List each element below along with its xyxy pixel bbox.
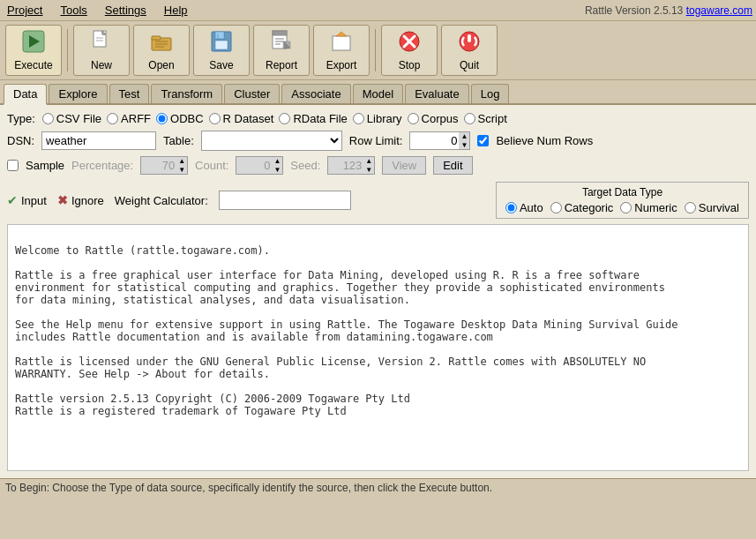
radio-library[interactable]: Library xyxy=(353,112,402,125)
percentage-up[interactable]: ▲ xyxy=(176,157,187,166)
tab-evaluate[interactable]: Evaluate xyxy=(405,84,469,103)
menu-tools[interactable]: Tools xyxy=(56,2,90,19)
count-up[interactable]: ▲ xyxy=(272,157,282,166)
radio-corpus[interactable]: Corpus xyxy=(408,112,459,125)
dsn-input[interactable] xyxy=(41,131,156,150)
target-auto[interactable]: Auto xyxy=(505,201,543,214)
believe-num-rows-label[interactable]: Believe Num Rows xyxy=(496,134,593,147)
radio-rdatafile-input[interactable] xyxy=(279,113,290,124)
count-down[interactable]: ▼ xyxy=(272,166,282,175)
target-survival-label: Survival xyxy=(699,201,739,214)
export-label: Export xyxy=(326,59,357,71)
row-limit-label: Row Limit: xyxy=(349,134,403,147)
type-radio-group: CSV File ARFF ODBC R Dataset RData File … xyxy=(42,112,507,125)
radio-odbc-input[interactable] xyxy=(156,113,168,124)
open-label: Open xyxy=(148,59,174,71)
export-button[interactable]: Export xyxy=(313,25,370,76)
percentage-label: Percentage: xyxy=(71,159,133,172)
radio-rdataset[interactable]: R Dataset xyxy=(209,112,274,125)
tab-transform[interactable]: Transform xyxy=(151,84,222,103)
radio-script[interactable]: Script xyxy=(464,112,507,125)
save-button[interactable]: Save xyxy=(193,25,250,76)
status-text: To Begin: Choose the Type of data source… xyxy=(5,482,492,494)
radio-rdataset-input[interactable] xyxy=(209,113,221,124)
row-limit-up[interactable]: ▲ xyxy=(459,132,469,141)
checkmark-icon: ✔ xyxy=(7,193,18,207)
target-survival-input[interactable] xyxy=(685,202,696,213)
percentage-down[interactable]: ▼ xyxy=(176,166,187,175)
count-spinner[interactable]: ▲ ▼ xyxy=(236,156,283,175)
seed-input[interactable] xyxy=(328,157,363,174)
radio-library-input[interactable] xyxy=(353,113,364,124)
new-button[interactable]: New xyxy=(73,25,130,76)
menu-project[interactable]: Project xyxy=(4,2,46,19)
sample-label[interactable]: Sample xyxy=(26,159,64,172)
radio-arff-input[interactable] xyxy=(107,113,118,124)
row-limit-input[interactable] xyxy=(410,132,459,149)
target-categoric-input[interactable] xyxy=(550,202,562,213)
radio-script-input[interactable] xyxy=(464,113,475,124)
target-numeric-input[interactable] xyxy=(620,202,632,213)
menu-settings[interactable]: Settings xyxy=(101,2,150,19)
radio-corpus-input[interactable] xyxy=(408,113,419,124)
percentage-spinner[interactable]: ▲ ▼ xyxy=(140,156,188,175)
table-select[interactable] xyxy=(201,131,342,151)
quit-button[interactable]: Quit xyxy=(441,25,498,76)
tab-explore[interactable]: Explore xyxy=(49,84,107,103)
report-button[interactable]: Report xyxy=(253,25,310,76)
target-auto-label: Auto xyxy=(520,201,543,214)
radio-csv-input[interactable] xyxy=(42,113,54,124)
statusbar: To Begin: Choose the Type of data source… xyxy=(0,478,756,497)
seed-down[interactable]: ▼ xyxy=(363,166,374,175)
tab-test[interactable]: Test xyxy=(109,84,150,103)
stop-button[interactable]: Stop xyxy=(381,25,438,76)
tab-cluster[interactable]: Cluster xyxy=(224,84,280,103)
main-panel: Type: CSV File ARFF ODBC R Dataset RData… xyxy=(0,105,756,478)
svg-rect-9 xyxy=(152,36,161,40)
radio-odbc[interactable]: ODBC xyxy=(156,112,204,125)
target-categoric[interactable]: Categoric xyxy=(550,201,614,214)
menu-help[interactable]: Help xyxy=(161,2,191,19)
weight-calculator-input[interactable] xyxy=(219,191,351,210)
count-input[interactable] xyxy=(236,157,272,174)
type-row: Type: CSV File ARFF ODBC R Dataset RData… xyxy=(7,112,749,125)
svg-marker-27 xyxy=(336,32,347,36)
output-area[interactable]: Welcome to Rattle (rattle.togaware.com).… xyxy=(7,224,749,471)
target-survival[interactable]: Survival xyxy=(685,201,739,214)
target-numeric[interactable]: Numeric xyxy=(620,201,677,214)
open-button[interactable]: Open xyxy=(133,25,190,76)
view-button[interactable]: View xyxy=(382,156,426,175)
output-text: Welcome to Rattle (rattle.togaware.com).… xyxy=(15,244,677,417)
radio-corpus-label: Corpus xyxy=(422,112,459,125)
seed-spinner[interactable]: ▲ ▼ xyxy=(327,156,375,175)
execute-button[interactable]: Execute xyxy=(5,25,62,76)
sample-row: Sample Percentage: ▲ ▼ Count: ▲ ▼ Seed: … xyxy=(7,156,749,175)
table-label: Table: xyxy=(163,134,194,147)
svg-rect-15 xyxy=(215,41,228,49)
input-row: ✔ Input ✖ Ignore Weight Calculator: Targ… xyxy=(7,182,749,219)
execute-icon xyxy=(21,29,46,57)
radio-rdatafile[interactable]: RData File xyxy=(279,112,347,125)
believe-num-rows-checkbox[interactable] xyxy=(477,135,489,146)
input-label: Input xyxy=(21,194,47,207)
sample-checkbox[interactable] xyxy=(7,160,19,171)
seed-up[interactable]: ▲ xyxy=(363,157,374,166)
radio-csv-label: CSV File xyxy=(56,112,101,125)
target-options: Auto Categoric Numeric Survival xyxy=(505,201,739,214)
edit-button[interactable]: Edit xyxy=(433,156,472,175)
radio-arff[interactable]: ARFF xyxy=(107,112,151,125)
radio-rdatafile-label: RData File xyxy=(293,112,347,125)
row-limit-down[interactable]: ▼ xyxy=(459,141,469,150)
radio-csv[interactable]: CSV File xyxy=(42,112,101,125)
tab-associate[interactable]: Associate xyxy=(281,84,350,103)
target-categoric-label: Categoric xyxy=(565,201,614,214)
row-limit-spinner[interactable]: ▲ ▼ xyxy=(409,131,470,150)
tab-data[interactable]: Data xyxy=(4,84,47,105)
percentage-input[interactable] xyxy=(141,157,176,174)
toolbar: Execute New Open xyxy=(0,21,756,80)
target-auto-input[interactable] xyxy=(505,202,517,213)
tab-model[interactable]: Model xyxy=(353,84,403,103)
count-spin-buttons: ▲ ▼ xyxy=(272,157,282,174)
tab-log[interactable]: Log xyxy=(471,84,510,103)
website-link[interactable]: togaware.com xyxy=(686,4,752,17)
